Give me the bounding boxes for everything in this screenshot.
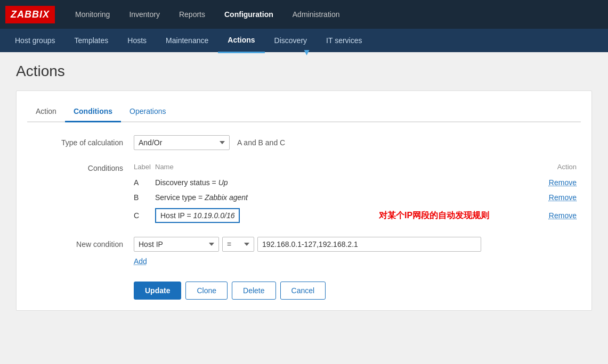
- condition-name-b: Service type = Zabbix agent: [155, 190, 528, 205]
- condition-highlighted-c: Host IP = 10.19.0.0/16: [155, 208, 240, 223]
- nav-it-services[interactable]: IT services: [317, 29, 371, 52]
- conditions-row: Conditions Label Name Action A: [27, 161, 581, 226]
- condition-text-b: Service type =: [155, 193, 205, 202]
- top-navigation: ZABBIX Monitoring Inventory Reports Conf…: [0, 0, 608, 29]
- nav-inventory[interactable]: Inventory: [119, 0, 169, 29]
- new-condition-row: New condition Host IP Discovery status S…: [27, 237, 581, 266]
- condition-italic-c: 10.19.0.0/16: [193, 211, 235, 220]
- nav-monitoring[interactable]: Monitoring: [66, 0, 119, 29]
- nav-hosts[interactable]: Hosts: [118, 29, 156, 52]
- top-nav-items: Monitoring Inventory Reports Configurati…: [66, 0, 349, 29]
- tab-conditions[interactable]: Conditions: [65, 102, 121, 122]
- conditions-table-header: Label Name Action: [134, 161, 581, 175]
- conditions-table: Label Name Action A Discovery status = U…: [134, 161, 581, 226]
- table-row: A Discovery status = Up Remove: [134, 175, 581, 190]
- add-condition-link[interactable]: Add: [134, 257, 147, 266]
- buttons-row: Update Clone Delete Cancel: [27, 282, 581, 300]
- table-row: B Service type = Zabbix agent Remove: [134, 190, 581, 205]
- col-header-label: Label: [134, 161, 155, 175]
- tooltip-chinese: 对某个IP网段的自动发现规则: [379, 210, 489, 221]
- condition-italic-a: Up: [218, 178, 228, 187]
- col-header-name: Name: [155, 161, 528, 175]
- nav-maintenance[interactable]: Maintenance: [156, 29, 218, 52]
- page-title: Actions: [16, 63, 592, 80]
- page-content: Actions Action Conditions Operations Typ…: [0, 52, 608, 364]
- remove-condition-b[interactable]: Remove: [549, 193, 577, 202]
- calculation-type-value: And/Or And Or Custom expression A and B …: [134, 135, 581, 150]
- conditions-label: Conditions: [27, 161, 134, 172]
- remove-condition-a[interactable]: Remove: [549, 178, 577, 187]
- table-row: C Host IP = 10.19.0.0/16 对某个IP网段的自动发现规则 …: [134, 205, 581, 226]
- calculation-type-select[interactable]: And/Or And Or Custom expression: [134, 135, 230, 150]
- condition-label-c: C: [134, 205, 155, 226]
- update-button[interactable]: Update: [134, 282, 181, 300]
- nav-discovery[interactable]: Discovery: [265, 29, 317, 52]
- condition-text-a: Discovery status =: [155, 178, 218, 187]
- main-card: Action Conditions Operations Type of cal…: [16, 90, 592, 311]
- tab-bar: Action Conditions Operations: [27, 102, 581, 122]
- nav-actions[interactable]: Actions: [218, 28, 264, 53]
- condition-label-a: A: [134, 175, 155, 190]
- col-header-action: Action: [528, 161, 581, 175]
- nav-administration[interactable]: Administration: [283, 0, 350, 29]
- nav-host-groups[interactable]: Host groups: [5, 29, 64, 52]
- new-condition-area: Host IP Discovery status Service type Ho…: [134, 237, 581, 252]
- calculation-type-row: Type of calculation And/Or And Or Custom…: [27, 135, 581, 150]
- new-condition-value-input[interactable]: [257, 237, 481, 252]
- delete-button[interactable]: Delete: [232, 282, 275, 300]
- nav-reports[interactable]: Reports: [169, 0, 215, 29]
- condition-name-a: Discovery status = Up: [155, 175, 528, 190]
- conditions-value: Label Name Action A Discovery status = U…: [134, 161, 581, 226]
- condition-action-a: Remove: [528, 175, 581, 190]
- condition-action-c: Remove: [528, 205, 581, 226]
- clone-button[interactable]: Clone: [185, 282, 228, 300]
- condition-text-c: Host IP =: [160, 211, 193, 220]
- condition-label-b: B: [134, 190, 155, 205]
- tab-action[interactable]: Action: [27, 102, 65, 122]
- cancel-button[interactable]: Cancel: [280, 282, 326, 300]
- condition-action-b: Remove: [528, 190, 581, 205]
- calc-description: A and B and C: [237, 135, 285, 147]
- second-navigation: Host groups Templates Hosts Maintenance …: [0, 29, 608, 52]
- logo: ZABBIX: [5, 6, 55, 23]
- remove-condition-c[interactable]: Remove: [549, 211, 577, 220]
- condition-name-c: Host IP = 10.19.0.0/16 对某个IP网段的自动发现规则: [155, 205, 528, 226]
- nav-configuration[interactable]: Configuration: [215, 0, 283, 29]
- tab-operations[interactable]: Operations: [121, 102, 174, 122]
- new-condition-value: Host IP Discovery status Service type Ho…: [134, 237, 581, 266]
- new-condition-type-select[interactable]: Host IP Discovery status Service type Ho…: [134, 237, 219, 252]
- new-condition-operator-select[interactable]: = <> like not like: [222, 237, 254, 252]
- new-condition-label: New condition: [27, 237, 134, 249]
- nav-templates[interactable]: Templates: [64, 29, 118, 52]
- condition-italic-b: Zabbix agent: [205, 193, 248, 202]
- calculation-type-label: Type of calculation: [27, 135, 134, 147]
